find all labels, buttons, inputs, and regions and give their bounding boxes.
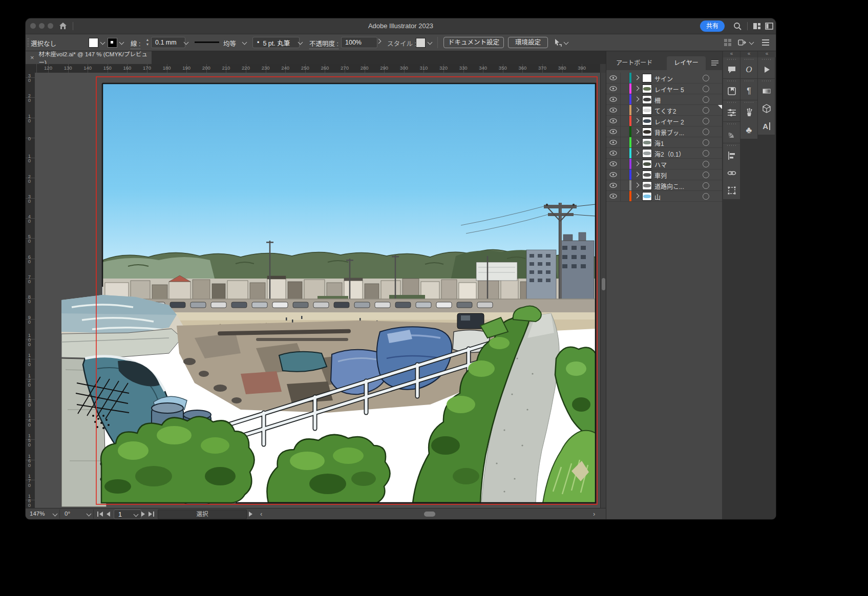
snap-chevron[interactable] [564,40,569,45]
layer-lock-column[interactable] [620,137,621,147]
align-icon[interactable] [723,147,740,164]
layer-visibility-eye-icon[interactable] [609,86,617,91]
layer-target-circle[interactable] [703,96,709,103]
artboard-number-field[interactable]: 1 [114,509,141,519]
layer-lock-column[interactable] [620,116,621,126]
layer-row[interactable]: 道路向こ... [606,180,723,191]
paragraph-panel-icon[interactable]: ¶ [740,82,757,100]
layer-expand-chevron[interactable] [634,140,640,145]
comments-icon[interactable] [723,61,740,78]
snap-options-chevron[interactable] [749,40,754,45]
layer-visibility-eye-icon[interactable] [609,118,617,123]
layer-lock-column[interactable] [620,83,621,94]
panel-grip[interactable] [723,57,740,61]
rotation-chevron[interactable] [87,512,92,517]
layer-expand-chevron[interactable] [634,129,640,134]
layer-visibility-eye-icon[interactable] [609,108,617,113]
layer-target-circle[interactable] [703,118,709,124]
layer-visibility-eye-icon[interactable] [609,183,617,188]
layer-expand-chevron[interactable] [634,86,640,91]
layer-visibility-eye-icon[interactable] [609,161,617,166]
canvas-area[interactable] [35,73,600,508]
zoom-level-chevron[interactable] [53,512,58,517]
layer-name[interactable]: 背景ブッ... [654,128,684,137]
layer-lock-column[interactable] [620,73,621,83]
stroke-weight-stepper[interactable]: ▲▼ [145,37,150,48]
workspace-switcher-icon[interactable] [752,22,761,31]
layer-visibility-eye-icon[interactable] [609,194,617,199]
panel-grip[interactable] [740,100,757,104]
snap-options-icon[interactable] [737,38,748,47]
layer-target-circle[interactable] [703,75,709,81]
link-icon[interactable] [723,164,740,182]
layer-lock-column[interactable] [620,105,621,115]
gradient-fan-icon[interactable] [723,125,740,143]
panel-menu-icon[interactable] [711,59,719,67]
layer-row[interactable]: 海2（0.1） [606,148,723,159]
collapse-strip-icon[interactable]: « [740,51,757,57]
layer-row[interactable]: 背景ブッ... [606,126,723,137]
status-expand-button[interactable] [249,512,252,518]
tab-artboards[interactable]: アートボード [609,56,660,70]
layer-row[interactable]: ハマ [606,159,723,169]
layer-name[interactable]: てくす2 [654,107,676,115]
layer-expand-chevron[interactable] [634,97,640,102]
document-setup-button[interactable]: ドキュメント設定 [443,37,504,48]
layer-row[interactable]: てくす2 [606,105,723,116]
sliders-icon[interactable] [723,104,740,121]
layer-lock-column[interactable] [620,148,621,158]
fill-color-swatch[interactable] [89,38,98,48]
layer-name[interactable]: 海1 [654,139,664,147]
layer-thumbnail[interactable] [642,149,652,158]
layer-thumbnail[interactable] [642,95,652,104]
layer-expand-chevron[interactable] [634,172,640,177]
layer-lock-column[interactable] [620,126,621,137]
layer-lock-column[interactable] [620,159,621,169]
panel-grip[interactable] [723,79,740,82]
ruler-top[interactable]: 1201301401501601701801902002102202302402… [35,64,600,73]
stroke-color-swatch[interactable] [108,38,117,48]
share-button[interactable]: 共有 [700,20,725,32]
zoom-level-value[interactable]: 147% [30,510,45,517]
horizontal-scrollbar-thumb[interactable] [424,512,435,517]
panel-grip[interactable] [740,57,757,61]
snap-cursor-icon[interactable] [553,38,562,47]
panel-grip[interactable] [758,79,775,82]
layer-thumbnail[interactable] [642,192,652,201]
layer-target-circle[interactable] [703,161,709,167]
last-artboard-button[interactable] [149,512,154,517]
character-panel-icon[interactable]: A [758,117,775,135]
layer-target-circle[interactable] [703,150,709,157]
panel-grip[interactable] [723,143,740,147]
stroke-weight-field[interactable]: 0.1 mm [151,37,185,48]
next-artboard-button[interactable] [141,512,145,518]
document-tab[interactable]: × 材木座vol2.ai* @ 147 % (CMYK/プレビュー) [26,51,152,64]
libraries-icon[interactable] [723,82,740,100]
layer-visibility-eye-icon[interactable] [609,172,617,177]
previous-artboard-button[interactable] [107,512,110,518]
controlbar-grip[interactable] [27,38,29,47]
ruler-left[interactable]: 3020100102030405060708090100110120130140… [26,73,35,508]
ruler-corner[interactable] [26,64,35,73]
layer-expand-chevron[interactable] [634,161,640,166]
layer-name[interactable]: レイヤー 2 [654,117,684,126]
tab-layers[interactable]: レイヤー [667,56,706,70]
layer-expand-chevron[interactable] [634,118,640,123]
layer-target-circle[interactable] [703,107,709,114]
search-icon[interactable] [733,22,742,31]
status-hint-field[interactable]: 選択 [158,509,247,519]
layer-name[interactable]: サイン [654,74,673,83]
style-swatch[interactable] [416,38,426,48]
layer-row[interactable]: レイヤー 5 [606,83,723,94]
vertical-scrollbar-thumb[interactable] [602,278,605,290]
layer-visibility-eye-icon[interactable] [609,75,617,80]
layer-expand-chevron[interactable] [634,194,640,199]
gradient-panel-icon[interactable] [758,82,775,100]
panel-grip[interactable] [723,122,740,125]
layer-target-circle[interactable] [703,172,709,178]
layer-lock-column[interactable] [620,94,621,104]
panel-grip[interactable] [758,57,775,61]
layer-row[interactable]: 山 [606,191,723,202]
layer-target-circle[interactable] [703,86,709,92]
layer-thumbnail[interactable] [642,106,652,115]
